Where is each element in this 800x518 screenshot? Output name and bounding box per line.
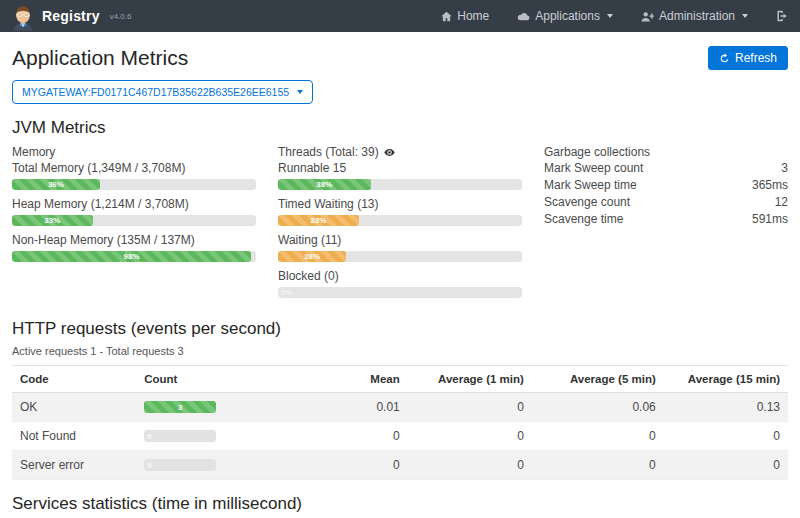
nav-administration[interactable]: Administration [641,9,748,23]
progress-label: 28% [304,252,320,261]
eye-icon[interactable] [384,147,395,158]
gc-value: 591ms [752,211,788,228]
nav-home-label: Home [457,9,489,23]
nonheap-memory-label: Non-Heap Memory (135M / 137M) [12,233,256,248]
count-fill: 3 [144,401,216,413]
navbar-menu: Home Applications Administration [441,9,788,23]
http-requests-title: HTTP requests (events per second) [12,319,788,339]
count-progressbar: 0 [144,459,216,471]
col-header-code: Code [12,366,136,393]
brand[interactable]: Registry v4.0.6 [12,1,131,31]
gc-row: Mark Sweep time365ms [544,177,788,194]
progress-fill: 98% [12,251,251,262]
progress-label: 38% [316,180,332,189]
progress-label: 98% [124,252,140,261]
total-memory-label: Total Memory (1,349M / 3,708M) [12,161,256,176]
http-requests-subtitle: Active requests 1 - Total requests 3 [12,345,788,357]
gc-title: Garbage collections [544,144,788,160]
heap-memory-progressbar: 33% [12,215,256,226]
caret-down-icon [742,14,748,18]
gc-value: 3 [781,160,788,177]
user-plus-icon [641,11,654,22]
screen: Registry v4.0.6 Home Applications Admini… [0,0,800,518]
caret-down-icon [297,90,303,94]
progress-fill: 0% [278,287,281,298]
waiting-label: Waiting (11) [278,233,522,248]
page-title: Application Metrics [12,46,188,70]
jhipster-logo-icon [12,5,34,31]
main-content: Application Metrics Refresh MYGATEWAY:FD… [0,32,800,518]
col-header-avg15: Average (15 min) [664,366,788,393]
gc-label: Mark Sweep count [544,160,643,177]
http-code: OK [12,393,136,422]
progress-label: 33% [44,216,60,225]
memory-title: Memory [12,144,256,160]
col-header-count: Count [136,366,299,393]
http-avg5: 0 [532,422,664,451]
blocked-label: Blocked (0) [278,269,522,284]
table-row: Not Found 0 0 0 0 0 [12,422,788,451]
runnable-label: Runnable 15 [278,161,522,176]
progress-fill: 28% [278,251,346,262]
nav-administration-label: Administration [659,9,735,23]
nav-applications-label: Applications [535,9,600,23]
count-progressbar: 0 [144,430,216,442]
http-avg1: 0 [408,393,532,422]
memory-column: Memory Total Memory (1,349M / 3,708M) 36… [12,144,256,305]
gc-value: 12 [775,194,788,211]
instance-selector-dropdown[interactable]: MYGATEWAY:FD0171C467D17B35622B635E26EE61… [12,80,313,104]
gc-column: Garbage collections Mark Sweep count3 Ma… [544,144,788,305]
refresh-label: Refresh [735,51,777,65]
heap-memory-label: Heap Memory (1,214M / 3,708M) [12,197,256,212]
gc-value: 365ms [752,177,788,194]
count-progressbar: 3 [144,401,216,413]
http-requests-table: Code Count Mean Average (1 min) Average … [12,365,788,480]
http-avg1: 0 [408,451,532,480]
progress-fill: 33% [278,215,359,226]
http-avg5: 0 [532,451,664,480]
waiting-progressbar: 28% [278,251,522,262]
gc-label: Scavenge time [544,211,623,228]
table-row: OK 3 0.01 0 0.06 0.13 [12,393,788,422]
table-row: Server error 0 0 0 0 0 [12,451,788,480]
http-avg1: 0 [408,422,532,451]
http-avg15: 0 [664,451,788,480]
count-fill: 0 [144,430,147,442]
brand-version: v4.0.6 [110,12,132,21]
http-mean: 0 [299,422,408,451]
blocked-progressbar: 0% [278,287,522,298]
count-fill: 0 [144,459,147,471]
gc-row: Mark Sweep count3 [544,160,788,177]
http-code: Not Found [12,422,136,451]
count-label: 3 [178,403,182,412]
total-memory-progressbar: 36% [12,179,256,190]
nav-home[interactable]: Home [441,9,489,23]
gc-row: Scavenge time591ms [544,211,788,228]
home-icon [441,11,452,22]
nav-signout[interactable] [776,10,788,22]
gc-label: Mark Sweep time [544,177,637,194]
gc-row: Scavenge count12 [544,194,788,211]
gc-label: Scavenge count [544,194,630,211]
progress-label: 33% [310,216,326,225]
col-header-avg1: Average (1 min) [408,366,532,393]
http-avg5: 0.06 [532,393,664,422]
nonheap-memory-progressbar: 98% [12,251,256,262]
count-label: 0 [147,461,151,470]
refresh-button[interactable]: Refresh [708,46,788,70]
navbar: Registry v4.0.6 Home Applications Admini… [0,0,800,32]
instance-selector-value: MYGATEWAY:FD0171C467D17B35622B635E26EE61… [22,86,289,98]
cloud-icon [517,11,530,22]
brand-name: Registry [42,8,100,24]
services-statistics-title: Services statistics (time in millisecond… [12,494,788,514]
timed-waiting-label: Timed Waiting (13) [278,197,522,212]
progress-fill: 33% [12,215,93,226]
col-header-mean: Mean [299,366,408,393]
caret-down-icon [607,14,613,18]
http-avg15: 0 [664,422,788,451]
nav-applications[interactable]: Applications [517,9,613,23]
refresh-icon [719,53,730,64]
timed-waiting-progressbar: 33% [278,215,522,226]
sign-out-icon [776,10,788,22]
threads-title: Threads (Total: 39) [278,144,379,160]
